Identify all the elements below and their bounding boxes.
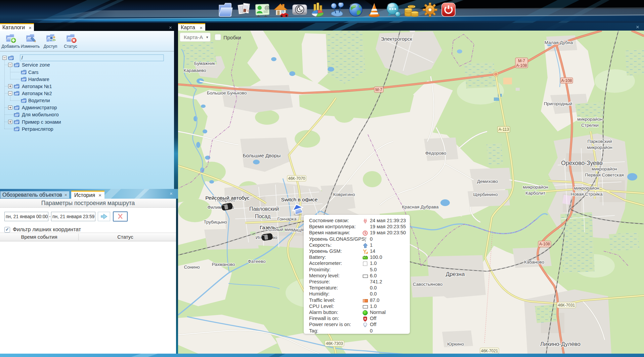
svg-text:Ликино-Дулёво: Ликино-Дулёво <box>540 341 581 347</box>
svg-text:А-113: А-113 <box>499 127 509 132</box>
svg-text:Электрогорск: Электрогорск <box>381 36 412 42</box>
svg-text:Для мобильного: Для мобильного <box>22 112 59 117</box>
svg-text:Красная Дубрава: Красная Дубрава <box>402 204 439 209</box>
svg-text:46К-7031: 46К-7031 <box>558 303 575 308</box>
svg-text:Бумажник: Бумажник <box>194 61 215 66</box>
svg-text:А-108: А-108 <box>561 78 572 83</box>
svg-text:микрорайон: микрорайон <box>592 166 617 171</box>
svg-text:Большие Дворы: Большие Дворы <box>243 153 281 158</box>
svg-text:Service zone: Service zone <box>22 62 50 68</box>
svg-text:микрорайон: микрорайон <box>574 186 599 191</box>
svg-text:М-7: М-7 <box>518 58 525 63</box>
svg-text:Орехово-Зуево: Орехово-Зуево <box>561 160 602 166</box>
svg-text:Switch в офисе: Switch в офисе <box>281 197 318 202</box>
svg-text:Новая Стройка: Новая Стройка <box>570 192 603 197</box>
svg-text:Пример с зонами: Пример с зонами <box>22 119 61 125</box>
svg-text:Большое Буньково: Большое Буньково <box>207 90 247 95</box>
svg-text:46К-7021: 46К-7021 <box>481 349 498 353</box>
svg-text:Hardware: Hardware <box>28 77 49 82</box>
svg-text:Малая Дубна: Малая Дубна <box>545 40 573 45</box>
svg-text:Пригородный: Пригородный <box>544 101 572 106</box>
svg-text:Фёдорово: Фёдорово <box>425 151 446 156</box>
svg-text:А-108: А-108 <box>539 242 550 246</box>
svg-text:Дрезна: Дрезна <box>446 271 465 277</box>
svg-text:Савостьяново: Савостьяново <box>413 282 443 287</box>
svg-text:А-108: А-108 <box>516 63 527 68</box>
svg-text:Газель: Газель <box>260 225 276 230</box>
svg-text:Cars: Cars <box>28 70 39 75</box>
svg-text:Рейсовый автобус: Рейсовый автобус <box>205 195 250 201</box>
svg-text:Администратор: Администратор <box>22 105 57 110</box>
svg-text:микрорайон: микрорайон <box>587 145 612 150</box>
svg-text:Фатеево: Фатеево <box>248 259 265 264</box>
svg-text:Карболит: Карболит <box>525 191 545 196</box>
svg-text:Рахманово: Рахманово <box>212 262 235 267</box>
svg-text:Парковский: Парковский <box>587 139 612 144</box>
svg-text:Первая Советская: Первая Советская <box>585 172 624 177</box>
svg-text:Трубицыно: Трубицыно <box>204 220 227 225</box>
svg-text:Демихово: Демихово <box>477 179 498 184</box>
svg-text:Посад: Посад <box>255 213 271 219</box>
svg-text:@: @ <box>264 5 270 10</box>
svg-text:Мищ: Мищ <box>291 228 301 233</box>
svg-text:Стрелки: Стрелки <box>581 123 599 128</box>
svg-text:46К-7303: 46К-7303 <box>326 341 343 346</box>
svg-text:микрорайон: микрорайон <box>577 117 602 122</box>
svg-text:Павловский: Павловский <box>249 206 279 212</box>
svg-text:Гончарка: Гончарка <box>277 216 297 222</box>
svg-text:Водители: Водители <box>28 98 50 103</box>
svg-text:Автопарк №1: Автопарк №1 <box>22 84 52 89</box>
svg-text:М-7: М-7 <box>375 87 382 92</box>
svg-text:микрорайон: микрорайон <box>523 185 548 190</box>
svg-text:Сонино: Сонино <box>184 265 200 270</box>
svg-text:Юркино: Юркино <box>447 342 464 347</box>
svg-text:Ковригино: Ковригино <box>333 192 355 197</box>
svg-text:Ретранслятор: Ретранслятор <box>22 126 53 132</box>
svg-text:Автопарк №2: Автопарк №2 <box>22 91 52 96</box>
svg-text:46К-7070: 46К-7070 <box>288 176 305 181</box>
svg-text:Караваево: Караваево <box>184 68 206 73</box>
svg-text:Кабаново: Кабаново <box>524 260 544 265</box>
svg-text:Щербинино: Щербинино <box>473 192 498 197</box>
